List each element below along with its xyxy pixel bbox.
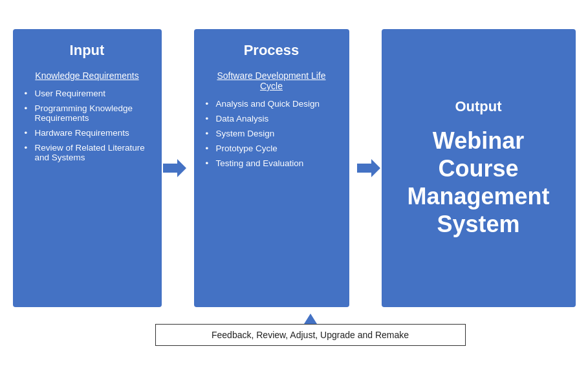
arrow-process-to-output [356,159,382,177]
list-item: User Requirement [25,89,150,98]
input-title: Input [25,42,150,59]
diagram-wrapper: Input Knowledge Requirements User Requir… [13,29,576,346]
feedback-box: Feedback, Review, Adjust, Upgrade and Re… [155,324,466,346]
list-item: Review of Related Literature and Systems [25,143,150,162]
output-line2: Course [438,155,518,182]
process-subtitle: Software Development Life Cycle [206,70,338,91]
output-box: Output Webinar Course Management System [382,29,576,307]
feedback-area: Feedback, Review, Adjust, Upgrade and Re… [13,314,576,346]
list-item: Testing and Evaluation [206,158,338,168]
output-main-text: Webinar Course Management System [407,127,549,239]
feedback-arrow-up-icon [304,314,317,324]
process-box: Process Software Development Life Cycle … [194,29,349,307]
output-title: Output [455,98,501,115]
svg-marker-1 [357,159,380,177]
list-item: Hardware Requirements [25,128,150,138]
process-title: Process [206,42,338,59]
list-item: System Design [206,129,338,138]
output-line3: Management [407,183,549,209]
output-line1: Webinar [433,127,524,154]
process-bullets: Analysis and Quick DesignData AnalysisSy… [206,99,338,168]
output-line4: System [437,211,519,237]
list-item: Prototype Cycle [206,144,338,153]
main-row: Input Knowledge Requirements User Requir… [13,29,576,307]
input-box: Input Knowledge Requirements User Requir… [13,29,162,307]
list-item: Programming Knowledge Requirements [25,103,150,123]
input-bullets: User RequirementProgramming Knowledge Re… [25,89,150,162]
svg-marker-0 [163,159,186,177]
list-item: Analysis and Quick Design [206,99,338,109]
feedback-label: Feedback, Review, Adjust, Upgrade and Re… [212,330,409,340]
input-subtitle: Knowledge Requirements [25,70,150,81]
list-item: Data Analysis [206,114,338,123]
arrow-input-to-process [162,159,188,177]
